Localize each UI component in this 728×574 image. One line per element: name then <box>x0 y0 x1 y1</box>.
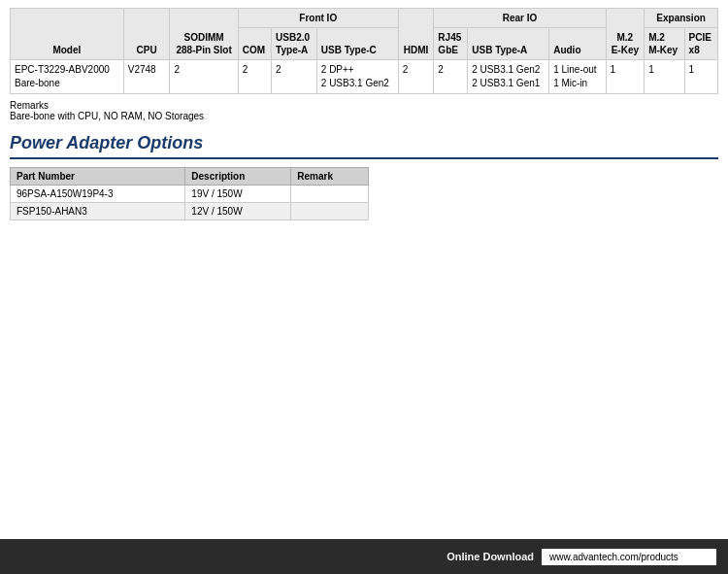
power-header-part: Part Number <box>11 168 185 186</box>
power-cell-part-1: 96PSA-A150W19P4-3 <box>11 186 185 203</box>
header-m2e: M.2E-Key <box>606 9 645 60</box>
group-front-io: Front IO <box>238 9 398 28</box>
header-usbc: USB Type-C <box>316 28 398 60</box>
header-hdmi: HDMI <box>398 9 434 60</box>
power-row-2: FSP150-AHAN3 12V / 150W <box>11 203 369 220</box>
power-table: Part Number Description Remark 96PSA-A15… <box>10 167 369 220</box>
remarks-label: Remarks <box>10 100 718 111</box>
main-content: Model CPU SODIMM288-Pin Slot Front IO HD… <box>0 0 728 279</box>
group-rear-io: Rear IO <box>434 9 606 28</box>
cell-usb2: 2 <box>272 60 317 94</box>
cell-com: 2 <box>238 60 271 94</box>
specs-table: Model CPU SODIMM288-Pin Slot Front IO HD… <box>10 8 718 94</box>
footer-label: Online Download <box>447 551 534 562</box>
remarks-section: Remarks Bare-bone with CPU, NO RAM, NO S… <box>10 100 718 121</box>
cell-usba: 2 USB3.1 Gen22 USB3.1 Gen1 <box>468 60 549 94</box>
header-model: Model <box>11 9 124 60</box>
power-header-remark: Remark <box>291 168 369 186</box>
cell-sodimm: 2 <box>170 60 238 94</box>
header-com: COM <box>238 28 271 60</box>
header-usb2: USB2.0Type-A <box>272 28 317 60</box>
power-cell-part-2: FSP150-AHAN3 <box>11 203 185 220</box>
footer: Online Download www.advantech.com/produc… <box>0 539 728 574</box>
cell-hdmi: 2 <box>398 60 434 94</box>
group-expansion: Expansion <box>645 9 718 28</box>
cell-cpu: V2748 <box>123 60 170 94</box>
header-cpu: CPU <box>123 9 170 60</box>
power-cell-remark-1 <box>291 186 369 203</box>
table-row: EPC-T3229-ABV2000Bare-bone V2748 2 2 2 2… <box>11 60 718 94</box>
header-m2m: M.2M-Key <box>645 28 684 60</box>
header-usba: USB Type-A <box>468 28 549 60</box>
cell-usbc: 2 DP++2 USB3.1 Gen2 <box>316 60 398 94</box>
group-header-row: Model CPU SODIMM288-Pin Slot Front IO HD… <box>11 9 718 28</box>
cell-m2e: 1 <box>606 60 645 94</box>
header-rj45: RJ45GbE <box>434 28 468 60</box>
specs-table-wrapper: Model CPU SODIMM288-Pin Slot Front IO HD… <box>10 8 718 94</box>
cell-model: EPC-T3229-ABV2000Bare-bone <box>11 60 124 94</box>
header-pcie: PCIEx8 <box>684 28 717 60</box>
power-cell-remark-2 <box>291 203 369 220</box>
header-audio: Audio <box>549 28 606 60</box>
power-row-1: 96PSA-A150W19P4-3 19V / 150W <box>11 186 369 203</box>
cell-audio: 1 Line-out1 Mic-in <box>549 60 606 94</box>
header-sodimm: SODIMM288-Pin Slot <box>170 9 238 60</box>
power-table-header-row: Part Number Description Remark <box>11 168 369 186</box>
power-cell-desc-1: 19V / 150W <box>185 186 291 203</box>
power-cell-desc-2: 12V / 150W <box>185 203 291 220</box>
cell-m2m: 1 <box>645 60 684 94</box>
footer-url: www.advantech.com/products <box>542 549 716 565</box>
power-section: Power Adapter Options Part Number Descri… <box>10 133 718 220</box>
power-section-title: Power Adapter Options <box>10 133 718 159</box>
cell-pcie: 1 <box>684 60 717 94</box>
power-header-desc: Description <box>185 168 291 186</box>
remarks-text: Bare-bone with CPU, NO RAM, NO Storages <box>10 111 718 121</box>
cell-rj45: 2 <box>434 60 468 94</box>
